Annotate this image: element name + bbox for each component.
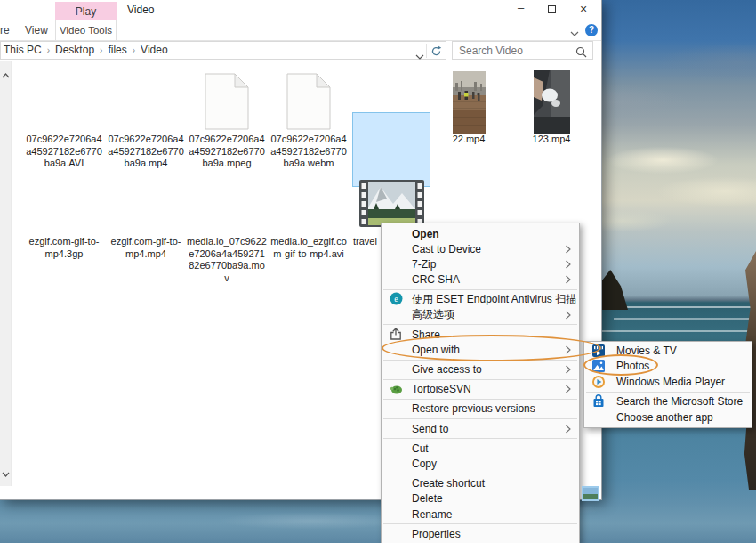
menu-item-label: Open: [412, 228, 439, 240]
menu-separator: [383, 289, 577, 290]
search-icon[interactable]: [575, 45, 587, 61]
boardwalk-video-thumbnail[interactable]: [453, 71, 486, 137]
context-menu-item-share[interactable]: Share: [382, 327, 579, 342]
context-menu-item--[interactable]: 高级选项: [382, 307, 579, 322]
menu-item-label: Windows Media Player: [616, 376, 725, 388]
help-icon[interactable]: ?: [585, 24, 598, 36]
scroll-down-icon[interactable]: [2, 465, 10, 481]
file-item-label[interactable]: 07c9622e7206a4a45927182e6770ba9a.mpeg: [187, 134, 267, 170]
tab-view[interactable]: View: [25, 20, 48, 41]
breadcrumb-separator-icon[interactable]: ›: [47, 45, 50, 55]
menu-item-label: Cast to Device: [412, 243, 481, 255]
document-icon[interactable]: [205, 73, 249, 134]
open-with-item-windows-media-player[interactable]: Windows Media Player: [584, 374, 752, 390]
context-menu-item-create-shortcut[interactable]: Create shortcut: [382, 476, 579, 491]
menu-item-label: Open with: [412, 344, 460, 356]
scroll-up-icon[interactable]: [2, 66, 10, 82]
tab-video-tools[interactable]: Video Tools: [55, 20, 117, 40]
menu-item-label: TortoiseSVN: [412, 383, 471, 395]
submenu-arrow-icon: [566, 425, 571, 433]
breadcrumb-item[interactable]: This PC: [4, 44, 42, 56]
file-item-label[interactable]: 07c9622e7206a4a45927182e6770ba9a.AVI: [24, 134, 104, 170]
eset-icon: e: [390, 292, 404, 306]
menu-separator: [383, 438, 577, 439]
file-item-label[interactable]: media.io_07c9622e7206a4a45927182e6770ba9…: [187, 236, 267, 284]
file-item-label[interactable]: ezgif.com-gif-to-mp4.3gp: [24, 236, 104, 260]
menu-item-label: Create shortcut: [412, 477, 485, 490]
context-menu-item-7-zip[interactable]: 7-Zip: [382, 256, 579, 272]
context-menu-item-rename[interactable]: Rename: [382, 507, 579, 522]
maximize-icon: [548, 5, 556, 13]
address-bar[interactable]: This PC›Desktop›files›Video: [0, 41, 446, 60]
address-row: This PC›Desktop›files›Video: [0, 41, 601, 61]
menu-item-label: Share: [412, 328, 440, 341]
photos-icon: [591, 359, 606, 373]
breadcrumb-item[interactable]: Video: [141, 44, 167, 56]
open-with-item-movies-tv[interactable]: Movies & TV: [584, 343, 752, 359]
context-menu-item-cast-to-device[interactable]: Cast to Device: [382, 241, 579, 256]
breadcrumb: This PC›Desktop›files›Video: [4, 42, 168, 59]
context-menu-item-send-to[interactable]: Send to: [382, 421, 579, 436]
context-menu-item--eset-endpoint-antivirus-[interactable]: e使用 ESET Endpoint Antivirus 扫描: [382, 292, 579, 307]
maximize-button[interactable]: [539, 0, 565, 20]
context-menu-item-open[interactable]: Open: [382, 226, 579, 241]
chevron-down-icon[interactable]: [570, 27, 579, 39]
open-with-item-choose-another-app[interactable]: Choose another app: [584, 409, 752, 425]
context-menu-item-cut[interactable]: Cut: [382, 441, 579, 456]
selected-file-highlight: [352, 112, 430, 187]
file-item-label[interactable]: 07c9622e7206a4a45927182e6770ba9a.mp4: [106, 134, 186, 170]
file-item-label[interactable]: 22.mp4: [429, 134, 509, 146]
context-menu-item-copy[interactable]: Copy: [382, 456, 579, 471]
menu-item-label: CRC SHA: [412, 273, 460, 286]
breadcrumb-separator-icon[interactable]: ›: [100, 45, 102, 55]
share-icon: [390, 328, 404, 342]
open-with-submenu: Movies & TVPhotosWindows Media PlayerSea…: [583, 341, 752, 428]
menu-item-label: Delete: [412, 492, 443, 505]
menu-item-label: Cut: [412, 442, 429, 455]
open-with-item-search-the-microsoft-store[interactable]: Search the Microsoft Store: [584, 394, 752, 410]
small-image-file-icon[interactable]: [582, 486, 599, 501]
menu-separator: [383, 523, 577, 524]
menu-item-label: Restore previous versions: [412, 402, 535, 415]
tab-share-partial[interactable]: re: [0, 20, 10, 41]
submenu-arrow-icon: [566, 366, 571, 374]
file-item-label[interactable]: media.io_ezgif.com-gif-to-mp4.avi: [269, 236, 349, 260]
minimize-button[interactable]: –: [508, 0, 534, 20]
file-item-label[interactable]: 123.mp4: [511, 134, 591, 146]
breadcrumb-separator-icon[interactable]: ›: [133, 45, 135, 55]
close-button[interactable]: ×: [570, 0, 597, 20]
context-menu-item-tortoisesvn[interactable]: TortoiseSVN: [382, 382, 579, 397]
movies-tv-icon: [591, 344, 606, 358]
desktop: Play Video – × re View Video Tools ? Thi…: [0, 0, 756, 543]
file-item-label[interactable]: 07c9622e7206a4a45927182e6770ba9a.webm: [269, 134, 349, 170]
context-menu-item-open-with[interactable]: Open with: [382, 342, 579, 357]
menu-separator: [383, 379, 577, 380]
file-item-label[interactable]: ezgif.com-gif-to-mp4.mp4: [106, 236, 186, 260]
breadcrumb-item[interactable]: files: [108, 44, 126, 56]
context-menu-item-restore-previous-versions[interactable]: Restore previous versions: [382, 401, 579, 417]
menu-separator: [383, 474, 577, 474]
menu-item-label: Properties: [412, 528, 461, 540]
scrollbar[interactable]: [0, 61, 12, 486]
search-box: [452, 41, 593, 60]
context-menu-item-give-access-to[interactable]: Give access to: [382, 362, 579, 377]
refresh-icon[interactable]: [430, 45, 442, 61]
submenu-arrow-icon: [566, 276, 571, 284]
menu-item-label: Send to: [412, 423, 448, 435]
tab-play[interactable]: Play: [55, 2, 117, 21]
menu-item-label: Rename: [412, 508, 452, 521]
menu-item-label: Photos: [616, 360, 649, 372]
context-menu-item-delete[interactable]: Delete: [382, 491, 579, 507]
search-input[interactable]: [453, 42, 572, 59]
document-icon[interactable]: [286, 73, 331, 134]
open-with-item-photos[interactable]: Photos: [584, 359, 752, 375]
context-menu-item-properties[interactable]: Properties: [382, 526, 579, 541]
submenu-arrow-icon: [566, 245, 571, 253]
context-menu-item-crc-sha[interactable]: CRC SHA: [382, 272, 579, 288]
title-bar: Play Video – ×: [0, 0, 601, 20]
menu-item-label: 7-Zip: [412, 258, 436, 271]
dark-video-thumbnail[interactable]: [534, 70, 570, 137]
ms-store-icon: [591, 394, 606, 409]
menu-item-label: 使用 ESET Endpoint Antivirus 扫描: [412, 292, 576, 307]
breadcrumb-item[interactable]: Desktop: [55, 44, 94, 56]
